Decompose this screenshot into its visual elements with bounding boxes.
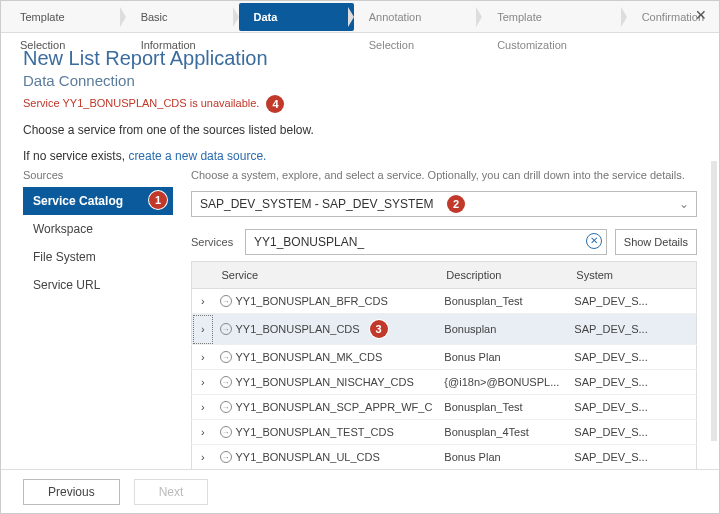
wizard-step-template-selection[interactable]: Template Selection — [5, 3, 126, 31]
page-subtitle: Data Connection — [23, 72, 697, 89]
odata-icon — [220, 351, 232, 363]
expand-icon[interactable]: › — [192, 289, 214, 314]
odata-icon — [220, 376, 232, 388]
wizard-step-basic-information[interactable]: Basic Information — [126, 3, 239, 31]
table-row[interactable]: › YY1_BONUSPLAN_TEST_CDS Bonusplan_4Test… — [192, 420, 697, 445]
table-row[interactable]: › YY1_BONUSPLAN_CDS 3 Bonusplan SAP_DEV_… — [192, 314, 697, 345]
linkline-prefix: If no service exists, — [23, 149, 128, 163]
expand-icon[interactable]: › — [192, 345, 214, 370]
page-title: New List Report Application — [23, 47, 697, 70]
table-row[interactable]: › YY1_BONUSPLAN_UL_CDS Bonus Plan SAP_DE… — [192, 445, 697, 470]
close-icon[interactable]: ✕ — [691, 7, 711, 27]
callout-3: 3 — [370, 320, 388, 338]
wizard-dialog: Template Selection Basic Information Dat… — [0, 0, 720, 514]
source-service-catalog[interactable]: Service Catalog 1 — [23, 187, 173, 215]
wizard-step-data-connection[interactable]: Data Connection — [239, 3, 354, 31]
expand-icon[interactable]: › — [192, 395, 214, 420]
system-select-row: ⌄ 2 — [191, 191, 697, 217]
wizard-step-annotation-selection: Annotation Selection — [354, 3, 482, 31]
source-workspace[interactable]: Workspace — [23, 215, 173, 243]
error-message: Service YY1_BONUSPLAN_CDS is unavailable… — [23, 95, 697, 113]
dialog-content: New List Report Application Data Connect… — [1, 33, 719, 471]
previous-button[interactable]: Previous — [23, 479, 120, 505]
prompt-text: Choose a service from one of the sources… — [23, 123, 697, 137]
clear-icon[interactable]: ✕ — [586, 233, 602, 249]
scrollbar[interactable] — [711, 161, 717, 441]
source-file-system[interactable]: File System — [23, 243, 173, 271]
wizard-stepbar: Template Selection Basic Information Dat… — [1, 1, 719, 33]
odata-icon — [220, 426, 232, 438]
table-row[interactable]: › YY1_BONUSPLAN_NISCHAY_CDS {@i18n>@BONU… — [192, 370, 697, 395]
odata-icon — [220, 451, 232, 463]
right-description: Choose a system, explore, and select a s… — [191, 169, 697, 181]
expand-icon[interactable]: › — [192, 420, 214, 445]
table-row[interactable]: › YY1_BONUSPLAN_SCP_APPR_WF_C Bonusplan_… — [192, 395, 697, 420]
callout-2: 2 — [447, 195, 465, 213]
create-data-source-link[interactable]: create a new data source. — [128, 149, 266, 163]
show-details-button[interactable]: Show Details — [615, 229, 697, 255]
odata-icon — [220, 323, 232, 335]
callout-1: 1 — [149, 191, 167, 209]
dialog-footer: Previous Next — [1, 469, 719, 513]
services-filter-input[interactable] — [245, 229, 607, 255]
services-table: Service Description System › YY1_BONUSPL… — [191, 261, 697, 470]
expand-icon[interactable]: › — [192, 370, 214, 395]
expand-icon[interactable]: › — [192, 314, 214, 345]
col-system[interactable]: System — [568, 262, 696, 289]
next-button: Next — [134, 479, 209, 505]
odata-icon — [220, 401, 232, 413]
services-label: Services — [191, 236, 237, 248]
col-description[interactable]: Description — [438, 262, 568, 289]
table-row[interactable]: › YY1_BONUSPLAN_MK_CDS Bonus Plan SAP_DE… — [192, 345, 697, 370]
table-row[interactable]: › YY1_BONUSPLAN_BFR_CDS Bonusplan_Test S… — [192, 289, 697, 314]
odata-icon — [220, 295, 232, 307]
wizard-step-template-customization: Template Customization — [482, 3, 626, 31]
callout-4: 4 — [266, 95, 284, 113]
col-service[interactable]: Service — [214, 262, 439, 289]
system-select[interactable] — [191, 191, 697, 217]
col-expand — [192, 262, 214, 289]
expand-icon[interactable]: › — [192, 445, 214, 470]
create-source-line: If no service exists, create a new data … — [23, 149, 697, 163]
sources-list: Service Catalog 1 Workspace File System … — [23, 187, 173, 299]
sources-label: Sources — [23, 169, 173, 181]
source-service-url[interactable]: Service URL — [23, 271, 173, 299]
